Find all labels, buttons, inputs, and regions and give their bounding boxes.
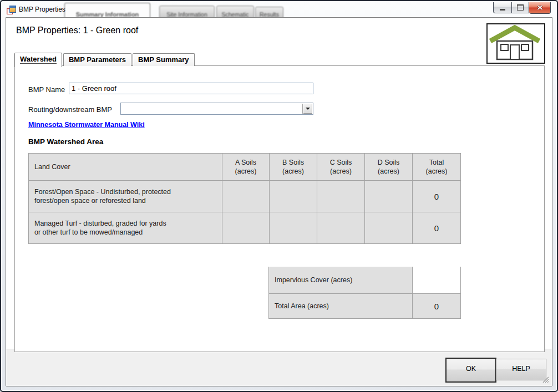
close-button[interactable] (529, 2, 551, 14)
turf-b-soils-cell[interactable] (269, 212, 317, 243)
caption-buttons (493, 2, 551, 14)
maximize-button[interactable] (511, 2, 529, 13)
col-header-d-soils: D Soils (acres) (364, 154, 412, 180)
col-header-a-soils: A Soils (acres) (222, 154, 269, 180)
col-header-b-soils: B Soils (acres) (269, 154, 317, 180)
col-header-land-cover: Land Cover (29, 154, 222, 180)
forest-a-soils-cell[interactable] (222, 181, 269, 212)
impervious-cover-label: Impervious Cover (acres) (269, 267, 412, 293)
turf-total-cell: 0 (412, 212, 460, 243)
ok-button[interactable]: OK (445, 358, 496, 383)
background-tab-schematic: Schematic (216, 6, 254, 17)
watershed-area-table: Land Cover A Soils (acres) B Soils (acre… (28, 153, 461, 244)
turf-c-soils-cell[interactable] (317, 212, 364, 243)
page-title: BMP Properties: 1 - Green roof (16, 26, 138, 35)
bmp-name-input[interactable] (69, 83, 313, 94)
impervious-cover-input-cell[interactable] (412, 267, 460, 293)
bmp-properties-window: Summary Information Site Information Sch… (0, 0, 558, 392)
watershed-tab-page: BMP Name Routing/downstream BMP Minnesot… (14, 65, 545, 352)
table-header-row: Land Cover A Soils (acres) B Soils (acre… (29, 154, 460, 180)
minimize-icon (500, 9, 505, 11)
minimize-button[interactable] (493, 2, 511, 13)
row-label: Managed Turf - disturbed, graded for yar… (29, 212, 222, 243)
bmp-name-label: BMP Name (28, 85, 65, 94)
forest-c-soils-cell[interactable] (317, 181, 364, 212)
total-area-row: Total Area (acres) 0 (269, 293, 460, 318)
total-area-label: Total Area (acres) (269, 294, 412, 318)
background-tab-results: Results (255, 7, 283, 17)
window-title: BMP Properties (19, 2, 65, 17)
stormwater-manual-wiki-link[interactable]: Minnesota Stormwater Manual Wiki (28, 121, 145, 129)
forest-total-cell: 0 (412, 181, 460, 212)
tab-watershed[interactable]: Watershed (14, 53, 62, 67)
tab-strip: Watershed BMP Parameters BMP Summary (14, 53, 196, 66)
totals-sub-table: Impervious Cover (acres) Total Area (acr… (268, 267, 461, 319)
close-icon (537, 5, 543, 10)
turf-a-soils-cell[interactable] (222, 212, 269, 243)
table-row-managed-turf: Managed Turf - disturbed, graded for yar… (29, 212, 460, 243)
forest-d-soils-cell[interactable] (364, 181, 412, 212)
maximize-icon (517, 4, 524, 11)
combobox-dropdown-button[interactable] (302, 104, 312, 114)
forest-b-soils-cell[interactable] (269, 181, 317, 212)
col-header-total: Total (acres) (412, 154, 460, 180)
background-window-panel: Summary Information (64, 3, 150, 17)
green-roof-house-icon (486, 23, 545, 64)
resize-grip[interactable] (542, 376, 550, 384)
routing-downstream-combobox[interactable] (120, 103, 313, 115)
turf-d-soils-cell[interactable] (364, 212, 412, 243)
tab-bmp-parameters[interactable]: BMP Parameters (63, 53, 131, 66)
background-panel-label: Summary Information (76, 11, 139, 17)
dialog-client-area: BMP Properties: 1 - Green roof Watershed… (6, 17, 552, 386)
bmp-watershed-area-heading: BMP Watershed Area (28, 138, 103, 146)
total-area-value-cell: 0 (412, 294, 460, 318)
row-label: Forest/Open Space - Undisturbed, protect… (29, 181, 222, 212)
col-header-c-soils: C Soils (acres) (317, 154, 364, 180)
background-tab-site-information: Site Information (159, 6, 215, 17)
window-form-icon (7, 5, 16, 14)
table-row-forest-open-space: Forest/Open Space - Undisturbed, protect… (29, 180, 460, 212)
impervious-cover-row: Impervious Cover (acres) (269, 267, 460, 293)
chevron-down-icon (306, 108, 310, 110)
routing-downstream-label: Routing/downstream BMP (28, 105, 112, 114)
help-button[interactable]: HELP (496, 359, 546, 380)
tab-bmp-summary[interactable]: BMP Summary (133, 53, 195, 66)
titlebar[interactable]: Summary Information Site Information Sch… (2, 2, 556, 17)
screenshot-stage: Summary Information Site Information Sch… (0, 0, 558, 392)
